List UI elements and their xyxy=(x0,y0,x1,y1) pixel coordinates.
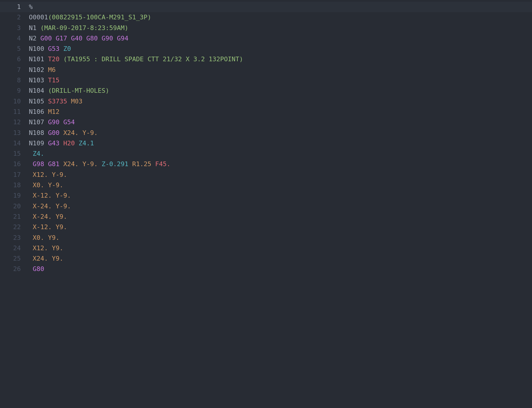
token-plain xyxy=(29,244,33,252)
token-plain xyxy=(29,223,33,231)
code-line[interactable]: 12N107 G90 G54 xyxy=(0,117,532,127)
code-line[interactable]: 23 X0. Y9. xyxy=(0,233,532,243)
token-plain: N104 xyxy=(29,87,48,94)
code-content[interactable]: X-24. Y9. xyxy=(29,212,532,222)
token-purple: G80 xyxy=(86,35,98,42)
token-plain xyxy=(29,265,33,272)
token-plain xyxy=(29,192,33,199)
token-plain xyxy=(44,181,48,189)
token-plain xyxy=(75,140,79,147)
code-content[interactable]: N2 G00 G17 G40 G80 G90 G94 xyxy=(29,33,532,44)
code-line[interactable]: 2O0001(00822915-100CA-M291_S1_3P) xyxy=(0,12,532,23)
code-editor[interactable]: 1%2O0001(00822915-100CA-M291_S1_3P)3N1 (… xyxy=(0,0,532,275)
code-content[interactable]: G80 xyxy=(29,264,532,274)
token-purple: G94 xyxy=(117,35,129,42)
code-line[interactable]: 20 X-24. Y-9. xyxy=(0,201,532,212)
token-plain xyxy=(29,213,33,220)
token-orange: M6 xyxy=(48,66,56,73)
code-line[interactable]: 3N1 (MAR-09-2017-8:23:59AM) xyxy=(0,23,532,33)
code-content[interactable]: N104 (DRILL-MT-HOLES) xyxy=(29,86,532,96)
line-number: 23 xyxy=(0,233,29,243)
line-number: 13 xyxy=(0,128,29,138)
token-comment: (TA1955 : DRILL SPADE CTT 21/32 X 3.2 13… xyxy=(63,55,243,63)
code-content[interactable]: Z4. xyxy=(29,149,532,159)
code-content[interactable]: N103 T15 xyxy=(29,75,532,86)
code-line[interactable]: 25 X24. Y9. xyxy=(0,253,532,264)
token-plain xyxy=(52,223,55,231)
token-plain: N1 xyxy=(29,24,40,31)
code-content[interactable]: % xyxy=(29,2,532,12)
line-number: 16 xyxy=(0,159,29,169)
code-content[interactable]: N108 G00 X24. Y-9. xyxy=(29,128,532,138)
token-orange: Y-9. xyxy=(56,203,71,210)
line-number: 8 xyxy=(0,75,29,86)
token-plain xyxy=(52,192,55,199)
code-content[interactable]: X0. Y9. xyxy=(29,233,532,243)
code-line[interactable]: 11N106 M12 xyxy=(0,107,532,117)
code-line[interactable]: 9N104 (DRILL-MT-HOLES) xyxy=(0,86,532,96)
code-content[interactable]: X12. Y9. xyxy=(29,243,532,253)
code-content[interactable]: N102 M6 xyxy=(29,65,532,75)
code-content[interactable]: N106 M12 xyxy=(29,107,532,117)
code-line[interactable]: 21 X-24. Y9. xyxy=(0,212,532,222)
token-orange: X-12. xyxy=(33,223,52,231)
token-comment: (00822915-100CA-M291_S1_3P) xyxy=(48,14,151,21)
token-purple: G17 xyxy=(56,35,67,42)
code-line[interactable]: 1% xyxy=(0,2,532,12)
token-plain xyxy=(79,160,82,168)
code-line[interactable]: 15 Z4. xyxy=(0,149,532,159)
line-number: 9 xyxy=(0,86,29,96)
code-content[interactable]: X12. Y-9. xyxy=(29,170,532,180)
code-line[interactable]: 19 X-12. Y-9. xyxy=(0,190,532,201)
token-plain xyxy=(48,244,52,252)
code-content[interactable]: X0. Y-9. xyxy=(29,180,532,190)
code-line[interactable]: 6N101 T20 (TA1955 : DRILL SPADE CTT 21/3… xyxy=(0,54,532,64)
token-purple: G40 xyxy=(71,35,83,42)
token-cyan: Z0 xyxy=(63,45,71,52)
code-content[interactable]: G98 G81 X24. Y-9. Z-0.291 R1.25 F45. xyxy=(29,159,532,169)
code-content[interactable]: X-24. Y-9. xyxy=(29,201,532,212)
code-line[interactable]: 17 X12. Y-9. xyxy=(0,170,532,180)
code-content[interactable]: O0001(00822915-100CA-M291_S1_3P) xyxy=(29,12,532,23)
token-red: T15 xyxy=(48,77,59,84)
line-number: 4 xyxy=(0,33,29,44)
token-orange: X24. xyxy=(63,129,79,136)
code-line[interactable]: 16 G98 G81 X24. Y-9. Z-0.291 R1.25 F45. xyxy=(0,159,532,169)
code-line[interactable]: 13N108 G00 X24. Y-9. xyxy=(0,128,532,138)
code-line[interactable]: 14N109 G43 H20 Z4.1 xyxy=(0,138,532,149)
token-orange: M12 xyxy=(48,108,59,115)
token-orange: X-24. xyxy=(33,203,52,210)
token-orange: X-24. xyxy=(33,213,52,220)
code-line[interactable]: 24 X12. Y9. xyxy=(0,243,532,253)
token-red: T20 xyxy=(48,55,59,63)
code-line[interactable]: 10N105 S3735 M03 xyxy=(0,96,532,107)
code-line[interactable]: 22 X-12. Y9. xyxy=(0,222,532,232)
code-line[interactable]: 26 G80 xyxy=(0,264,532,274)
code-content[interactable]: X-12. Y-9. xyxy=(29,190,532,201)
code-content[interactable]: N107 G90 G54 xyxy=(29,117,532,127)
token-orange: Y-9. xyxy=(48,181,63,189)
line-number: 14 xyxy=(0,138,29,149)
line-number: 20 xyxy=(0,201,29,212)
token-purple: G54 xyxy=(63,118,75,126)
code-line[interactable]: 7N102 M6 xyxy=(0,65,532,75)
code-content[interactable]: X-12. Y9. xyxy=(29,222,532,232)
token-purple: G53 xyxy=(48,45,59,52)
code-line[interactable]: 4N2 G00 G17 G40 G80 G90 G94 xyxy=(0,33,532,44)
code-line[interactable]: 5N100 G53 Z0 xyxy=(0,44,532,54)
token-plain xyxy=(113,35,117,42)
code-content[interactable]: N105 S3735 M03 xyxy=(29,96,532,107)
token-plain xyxy=(29,160,33,168)
code-content[interactable]: N109 G43 H20 Z4.1 xyxy=(29,138,532,149)
token-plain: N100 xyxy=(29,45,48,52)
token-plain xyxy=(98,160,101,168)
token-orange: X0. xyxy=(33,181,44,189)
token-orange: Y9. xyxy=(56,223,67,231)
code-content[interactable]: X24. Y9. xyxy=(29,253,532,264)
token-plain xyxy=(29,203,33,210)
code-line[interactable]: 8N103 T15 xyxy=(0,75,532,86)
code-content[interactable]: N100 G53 Z0 xyxy=(29,44,532,54)
code-content[interactable]: N1 (MAR-09-2017-8:23:59AM) xyxy=(29,23,532,33)
code-line[interactable]: 18 X0. Y-9. xyxy=(0,180,532,190)
code-content[interactable]: N101 T20 (TA1955 : DRILL SPADE CTT 21/32… xyxy=(29,54,532,64)
